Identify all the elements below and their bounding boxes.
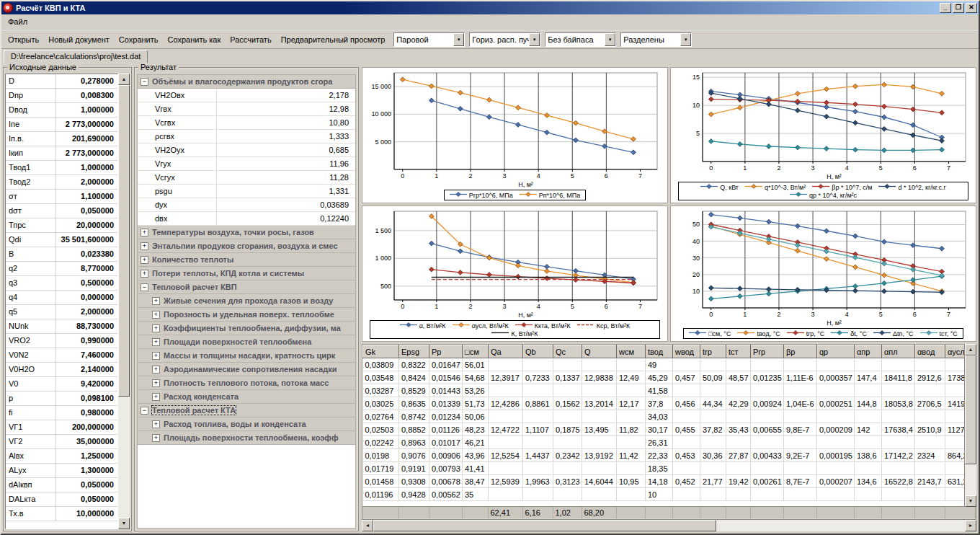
tree-group-row[interactable]: +Плотность теплового потока, потока масс <box>138 376 355 390</box>
column-header[interactable]: □см <box>463 345 489 358</box>
inputs-scrollbar[interactable]: ▲ ▼ <box>118 74 130 529</box>
column-header[interactable]: wвод <box>673 345 700 358</box>
tree-group-row[interactable]: +Энтальпии продуков сгорания, воздуха и … <box>138 239 355 253</box>
collapse-icon[interactable]: − <box>141 407 148 415</box>
scroll-thumb[interactable] <box>118 85 130 397</box>
scroll-thumb[interactable] <box>965 355 976 464</box>
tree-group-row[interactable]: +Расход топлива, воды и конденсата <box>138 417 355 431</box>
param-value[interactable]: 200,000000 <box>56 420 117 434</box>
tree-group-row[interactable]: +Коэффициенты теплообмена, диффузии, ма <box>138 322 355 335</box>
expand-icon[interactable]: + <box>152 420 160 428</box>
chevron-down-icon[interactable]: ▼ <box>453 33 464 46</box>
column-header[interactable]: wсм <box>617 345 646 358</box>
minimize-button[interactable]: _ <box>940 3 951 13</box>
tree-group-row[interactable]: −Тепловой расчет КТА <box>138 404 355 417</box>
close-button[interactable]: ✕ <box>966 3 977 13</box>
param-value[interactable]: 0,050000 <box>56 204 117 218</box>
expand-icon[interactable]: + <box>152 366 160 373</box>
param-value[interactable]: 10,000000 <box>56 507 117 521</box>
expand-icon[interactable]: + <box>141 242 148 250</box>
collapse-icon[interactable]: − <box>141 78 148 86</box>
expand-icon[interactable]: + <box>141 270 148 278</box>
expand-icon[interactable]: + <box>141 256 148 264</box>
param-value[interactable]: 20,000000 <box>56 218 117 232</box>
menu-file[interactable]: Файл <box>3 15 32 28</box>
tree-group-row[interactable]: +Живые сечения для прохода газов и возду <box>138 294 355 308</box>
param-value[interactable]: 1,000000 <box>56 161 117 174</box>
param-value[interactable]: 7,460000 <box>56 348 117 362</box>
expand-icon[interactable]: + <box>152 393 160 401</box>
column-header[interactable]: αвод <box>915 345 945 358</box>
param-value[interactable]: 0,098100 <box>56 392 117 405</box>
column-header[interactable]: βр <box>784 345 817 358</box>
param-value[interactable]: 9,420000 <box>56 377 117 391</box>
expand-icon[interactable]: + <box>152 324 160 332</box>
param-value[interactable]: 0,008300 <box>56 89 117 102</box>
scroll-left-icon[interactable]: ◄ <box>362 520 373 531</box>
collapse-icon[interactable]: − <box>141 283 148 291</box>
param-value[interactable]: 0,990000 <box>56 334 117 348</box>
expand-icon[interactable]: + <box>152 311 160 319</box>
param-value[interactable]: 0,050000 <box>56 492 117 506</box>
param-value[interactable]: 2,000000 <box>56 175 117 189</box>
chevron-down-icon[interactable]: ▼ <box>529 33 540 46</box>
param-value[interactable]: 88,730000 <box>56 319 117 333</box>
param-value[interactable]: 1,100000 <box>56 190 117 203</box>
tree-group-row[interactable]: +Порозность и удельная поверх. теплообме <box>138 308 355 322</box>
tree-group-row[interactable]: +Площадь поверхности теплообмена, коэфф <box>138 431 355 445</box>
tree-group-row[interactable]: +Потери теплоты, КПД котла и системы <box>138 267 355 280</box>
param-value[interactable]: 2 773,000000 <box>56 118 117 131</box>
save-as-button[interactable]: Сохранить как <box>164 32 226 47</box>
column-header[interactable]: Qa <box>489 345 523 358</box>
param-value[interactable]: 0,000000 <box>56 291 117 304</box>
column-header[interactable]: Pp <box>429 345 463 358</box>
tree-group-row[interactable]: +Температуры воздуха, точки росы, газов <box>138 226 355 239</box>
param-value[interactable]: 1,300000 <box>56 464 117 477</box>
tree-group-row[interactable]: −Объёмы и влагосодержания продуктов сгор… <box>138 75 355 89</box>
scroll-thumb[interactable] <box>373 520 716 531</box>
param-value[interactable]: 2,000000 <box>56 305 117 319</box>
param-value[interactable]: 0,023380 <box>56 247 117 261</box>
column-header[interactable]: Gk <box>363 345 399 358</box>
scroll-right-icon[interactable]: ► <box>965 520 976 531</box>
column-header[interactable]: Qb <box>523 345 553 358</box>
expand-icon[interactable]: + <box>141 229 148 236</box>
tree-group-row[interactable]: +Количество теплоты <box>138 253 355 267</box>
expand-icon[interactable]: + <box>152 352 160 360</box>
scroll-down-icon[interactable]: ▼ <box>965 495 976 507</box>
split-mode-combo[interactable]: Разделены ▼ <box>620 32 692 47</box>
param-value[interactable]: 1,250000 <box>56 449 117 463</box>
calculate-button[interactable]: Рассчитать <box>226 32 275 47</box>
expand-icon[interactable]: + <box>152 434 160 442</box>
param-value[interactable]: 201,690000 <box>56 132 117 146</box>
param-value[interactable]: 2 773,000000 <box>56 146 117 160</box>
scroll-down-icon[interactable]: ▼ <box>118 518 130 529</box>
document-tab[interactable]: D:\freelance\calculations\proj\test.dat <box>4 50 148 63</box>
boiler-type-combo[interactable]: Паровой ▼ <box>393 32 465 47</box>
tree-group-row[interactable]: +Массы и толщины насадки, кратность цирк <box>138 349 355 363</box>
expand-icon[interactable]: + <box>152 297 160 305</box>
open-button[interactable]: Открыть <box>4 32 43 47</box>
bypass-combo[interactable]: Без байпаса ▼ <box>545 32 616 47</box>
column-header[interactable]: Prp <box>751 345 784 358</box>
expand-icon[interactable]: + <box>152 338 160 346</box>
tree-group-row[interactable]: −Тепловой расчет КВП <box>138 280 355 294</box>
scroll-up-icon[interactable]: ▲ <box>965 344 976 355</box>
param-value[interactable]: 0,500000 <box>56 276 117 290</box>
new-document-button[interactable]: Новый документ <box>44 32 114 47</box>
column-header[interactable]: tвод <box>646 345 673 358</box>
param-value[interactable]: 0,278000 <box>56 74 117 88</box>
param-value[interactable]: 0,050000 <box>56 478 117 492</box>
tree-group-row[interactable]: +Расход конденсата <box>138 390 355 404</box>
tree-group-row[interactable]: +Площади поверхностей теплообмена <box>138 335 355 349</box>
column-header[interactable]: αпл <box>882 345 915 358</box>
column-header[interactable]: αусл <box>945 345 966 358</box>
expand-icon[interactable]: + <box>152 379 160 387</box>
param-value[interactable]: 1,000000 <box>56 103 117 117</box>
column-header[interactable]: tст <box>726 345 751 358</box>
table-vscrollbar[interactable]: ▲ ▼ <box>965 344 976 507</box>
param-value[interactable]: 8,770000 <box>56 262 117 275</box>
param-value[interactable]: 0,980000 <box>56 406 117 420</box>
chevron-down-icon[interactable]: ▼ <box>680 33 691 46</box>
column-header[interactable]: αпр <box>855 345 882 358</box>
